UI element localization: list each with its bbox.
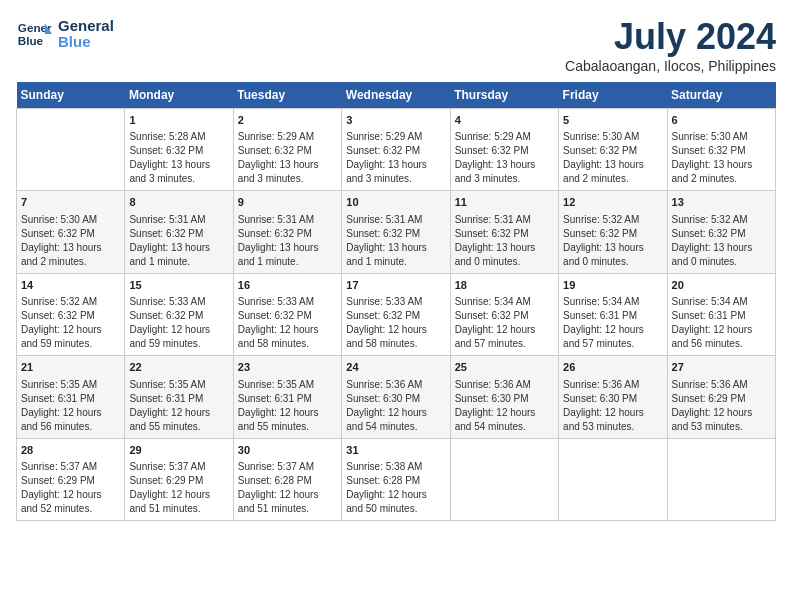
day-info: Sunrise: 5:35 AM Sunset: 6:31 PM Dayligh… (129, 378, 228, 434)
logo-icon: General Blue (16, 16, 52, 52)
day-info: Sunrise: 5:31 AM Sunset: 6:32 PM Dayligh… (455, 213, 554, 269)
calendar-cell: 15Sunrise: 5:33 AM Sunset: 6:32 PM Dayli… (125, 273, 233, 355)
day-info: Sunrise: 5:32 AM Sunset: 6:32 PM Dayligh… (672, 213, 771, 269)
logo-line1: General (58, 18, 114, 35)
day-number: 12 (563, 195, 662, 210)
day-number: 26 (563, 360, 662, 375)
calendar-cell: 29Sunrise: 5:37 AM Sunset: 6:29 PM Dayli… (125, 438, 233, 520)
day-info: Sunrise: 5:29 AM Sunset: 6:32 PM Dayligh… (238, 130, 337, 186)
header: General Blue General Blue July 2024 Caba… (16, 16, 776, 74)
day-number: 14 (21, 278, 120, 293)
day-info: Sunrise: 5:35 AM Sunset: 6:31 PM Dayligh… (21, 378, 120, 434)
day-number: 25 (455, 360, 554, 375)
day-info: Sunrise: 5:33 AM Sunset: 6:32 PM Dayligh… (238, 295, 337, 351)
calendar-cell: 26Sunrise: 5:36 AM Sunset: 6:30 PM Dayli… (559, 356, 667, 438)
title-section: July 2024 Cabalaoangan, Ilocos, Philippi… (565, 16, 776, 74)
logo: General Blue General Blue (16, 16, 114, 52)
day-number: 20 (672, 278, 771, 293)
svg-text:Blue: Blue (18, 34, 44, 47)
calendar-cell: 18Sunrise: 5:34 AM Sunset: 6:32 PM Dayli… (450, 273, 558, 355)
calendar-cell: 30Sunrise: 5:37 AM Sunset: 6:28 PM Dayli… (233, 438, 341, 520)
calendar-cell: 3Sunrise: 5:29 AM Sunset: 6:32 PM Daylig… (342, 109, 450, 191)
day-number: 1 (129, 113, 228, 128)
calendar-cell: 25Sunrise: 5:36 AM Sunset: 6:30 PM Dayli… (450, 356, 558, 438)
day-number: 5 (563, 113, 662, 128)
day-number: 13 (672, 195, 771, 210)
column-header-saturday: Saturday (667, 82, 775, 109)
calendar-cell (450, 438, 558, 520)
calendar-cell: 14Sunrise: 5:32 AM Sunset: 6:32 PM Dayli… (17, 273, 125, 355)
day-number: 31 (346, 443, 445, 458)
day-info: Sunrise: 5:31 AM Sunset: 6:32 PM Dayligh… (238, 213, 337, 269)
day-number: 17 (346, 278, 445, 293)
day-number: 23 (238, 360, 337, 375)
calendar-body: 1Sunrise: 5:28 AM Sunset: 6:32 PM Daylig… (17, 109, 776, 521)
day-number: 30 (238, 443, 337, 458)
logo-line2: Blue (58, 34, 114, 51)
day-info: Sunrise: 5:33 AM Sunset: 6:32 PM Dayligh… (346, 295, 445, 351)
day-number: 24 (346, 360, 445, 375)
day-info: Sunrise: 5:36 AM Sunset: 6:30 PM Dayligh… (455, 378, 554, 434)
day-info: Sunrise: 5:34 AM Sunset: 6:32 PM Dayligh… (455, 295, 554, 351)
day-info: Sunrise: 5:36 AM Sunset: 6:30 PM Dayligh… (563, 378, 662, 434)
day-info: Sunrise: 5:34 AM Sunset: 6:31 PM Dayligh… (672, 295, 771, 351)
calendar-cell: 13Sunrise: 5:32 AM Sunset: 6:32 PM Dayli… (667, 191, 775, 273)
day-info: Sunrise: 5:29 AM Sunset: 6:32 PM Dayligh… (455, 130, 554, 186)
day-info: Sunrise: 5:37 AM Sunset: 6:29 PM Dayligh… (21, 460, 120, 516)
column-header-monday: Monday (125, 82, 233, 109)
day-number: 16 (238, 278, 337, 293)
calendar-cell: 21Sunrise: 5:35 AM Sunset: 6:31 PM Dayli… (17, 356, 125, 438)
day-info: Sunrise: 5:36 AM Sunset: 6:29 PM Dayligh… (672, 378, 771, 434)
calendar-cell: 4Sunrise: 5:29 AM Sunset: 6:32 PM Daylig… (450, 109, 558, 191)
calendar-cell: 19Sunrise: 5:34 AM Sunset: 6:31 PM Dayli… (559, 273, 667, 355)
day-number: 4 (455, 113, 554, 128)
calendar-cell (559, 438, 667, 520)
day-info: Sunrise: 5:31 AM Sunset: 6:32 PM Dayligh… (129, 213, 228, 269)
calendar-cell: 17Sunrise: 5:33 AM Sunset: 6:32 PM Dayli… (342, 273, 450, 355)
day-info: Sunrise: 5:32 AM Sunset: 6:32 PM Dayligh… (563, 213, 662, 269)
day-info: Sunrise: 5:37 AM Sunset: 6:29 PM Dayligh… (129, 460, 228, 516)
day-number: 3 (346, 113, 445, 128)
calendar-week-4: 21Sunrise: 5:35 AM Sunset: 6:31 PM Dayli… (17, 356, 776, 438)
calendar-cell: 16Sunrise: 5:33 AM Sunset: 6:32 PM Dayli… (233, 273, 341, 355)
calendar-cell: 22Sunrise: 5:35 AM Sunset: 6:31 PM Dayli… (125, 356, 233, 438)
day-number: 22 (129, 360, 228, 375)
calendar-cell: 23Sunrise: 5:35 AM Sunset: 6:31 PM Dayli… (233, 356, 341, 438)
day-number: 8 (129, 195, 228, 210)
column-header-thursday: Thursday (450, 82, 558, 109)
day-number: 28 (21, 443, 120, 458)
day-number: 19 (563, 278, 662, 293)
day-info: Sunrise: 5:37 AM Sunset: 6:28 PM Dayligh… (238, 460, 337, 516)
page-subtitle: Cabalaoangan, Ilocos, Philippines (565, 58, 776, 74)
day-number: 9 (238, 195, 337, 210)
page-title: July 2024 (565, 16, 776, 58)
day-info: Sunrise: 5:38 AM Sunset: 6:28 PM Dayligh… (346, 460, 445, 516)
calendar-cell: 27Sunrise: 5:36 AM Sunset: 6:29 PM Dayli… (667, 356, 775, 438)
calendar-week-1: 1Sunrise: 5:28 AM Sunset: 6:32 PM Daylig… (17, 109, 776, 191)
day-number: 10 (346, 195, 445, 210)
day-number: 11 (455, 195, 554, 210)
calendar-week-5: 28Sunrise: 5:37 AM Sunset: 6:29 PM Dayli… (17, 438, 776, 520)
day-number: 27 (672, 360, 771, 375)
day-number: 7 (21, 195, 120, 210)
calendar-cell: 11Sunrise: 5:31 AM Sunset: 6:32 PM Dayli… (450, 191, 558, 273)
column-header-sunday: Sunday (17, 82, 125, 109)
calendar-cell: 5Sunrise: 5:30 AM Sunset: 6:32 PM Daylig… (559, 109, 667, 191)
day-number: 6 (672, 113, 771, 128)
calendar-cell (667, 438, 775, 520)
day-info: Sunrise: 5:31 AM Sunset: 6:32 PM Dayligh… (346, 213, 445, 269)
day-number: 21 (21, 360, 120, 375)
day-info: Sunrise: 5:32 AM Sunset: 6:32 PM Dayligh… (21, 295, 120, 351)
calendar-cell: 10Sunrise: 5:31 AM Sunset: 6:32 PM Dayli… (342, 191, 450, 273)
day-number: 18 (455, 278, 554, 293)
day-info: Sunrise: 5:30 AM Sunset: 6:32 PM Dayligh… (21, 213, 120, 269)
day-info: Sunrise: 5:30 AM Sunset: 6:32 PM Dayligh… (563, 130, 662, 186)
day-info: Sunrise: 5:35 AM Sunset: 6:31 PM Dayligh… (238, 378, 337, 434)
calendar-cell: 9Sunrise: 5:31 AM Sunset: 6:32 PM Daylig… (233, 191, 341, 273)
calendar-header-row: SundayMondayTuesdayWednesdayThursdayFrid… (17, 82, 776, 109)
day-number: 2 (238, 113, 337, 128)
calendar-cell: 6Sunrise: 5:30 AM Sunset: 6:32 PM Daylig… (667, 109, 775, 191)
day-info: Sunrise: 5:34 AM Sunset: 6:31 PM Dayligh… (563, 295, 662, 351)
column-header-tuesday: Tuesday (233, 82, 341, 109)
day-number: 15 (129, 278, 228, 293)
